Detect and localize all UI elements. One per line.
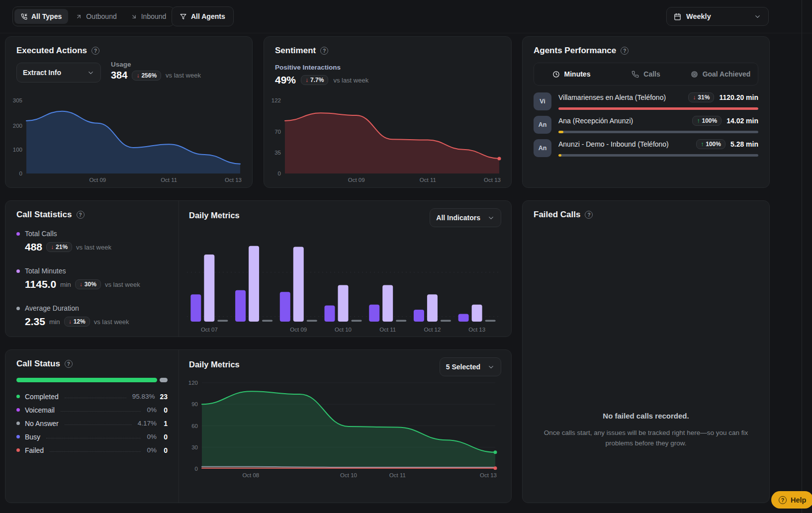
status-label: Busy — [25, 433, 40, 441]
svg-text:30: 30 — [191, 444, 198, 450]
vs-last-week-label: vs last week — [76, 244, 111, 251]
filter-all-types[interactable]: All Types — [14, 9, 68, 24]
agent-progress-fill — [558, 107, 758, 110]
stat-total-calls: Total Calls 488 ↓21% vs last week — [16, 230, 111, 253]
call-statistics-title: Call Statistics ? — [16, 210, 85, 220]
svg-text:Oct 08: Oct 08 — [242, 472, 259, 478]
indicators-select[interactable]: All Indicators — [430, 208, 501, 227]
dotted-leader — [46, 438, 141, 438]
clock-icon — [552, 71, 560, 78]
svg-text:200: 200 — [13, 123, 22, 129]
stat-value: 1145.0 — [25, 278, 56, 290]
stat-dot — [16, 269, 20, 273]
vs-last-week-label: vs last week — [166, 72, 201, 79]
failed-calls-card: Failed Calls ? No failed calls recorded.… — [522, 200, 770, 503]
status-percent: 0% — [147, 446, 157, 454]
filter-outbound[interactable]: Outbound — [69, 9, 123, 24]
filter-inbound[interactable]: Inbound — [124, 9, 173, 24]
avatar: An — [534, 139, 551, 157]
svg-text:Oct 09: Oct 09 — [290, 327, 307, 333]
status-label: Voicemail — [25, 406, 55, 414]
sentiment-area-chart: 03570122Oct 09Oct 11Oct 13 — [267, 95, 506, 184]
period-select-value: Weekly — [686, 12, 711, 20]
svg-text:100: 100 — [13, 147, 22, 153]
action-select[interactable]: Extract Info — [16, 63, 101, 83]
sentiment-title-text: Sentiment — [275, 46, 316, 56]
phone-icon — [632, 71, 639, 78]
help-circle-icon[interactable]: ? — [320, 47, 328, 55]
svg-text:Oct 07: Oct 07 — [201, 327, 218, 333]
help-button[interactable]: ? Help — [771, 491, 812, 509]
status-row-busy[interactable]: Busy 0% 0 — [16, 430, 168, 443]
sentiment-summary: 49% ↓7.7% vs last week — [275, 74, 368, 86]
status-label: No Answer — [25, 420, 59, 428]
agent-name: Ana (Recepción Anunzi) — [558, 117, 687, 125]
svg-text:Oct 11: Oct 11 — [161, 177, 177, 183]
usage-value: 384 — [111, 70, 127, 81]
status-row-failed[interactable]: Failed 0% 0 — [16, 443, 168, 457]
svg-text:35: 35 — [274, 150, 281, 156]
agents-performance-title-text: Agents Performance — [534, 46, 616, 56]
status-label: Failed — [25, 446, 44, 454]
status-percent: 0% — [147, 406, 157, 414]
avatar: An — [534, 116, 551, 134]
daily-metrics-bar-chart: Oct 07Oct 09Oct 10Oct 11Oct 12Oct 13 — [184, 230, 502, 335]
all-agents-button[interactable]: All Agents — [172, 6, 234, 26]
agent-minutes-value: 5.28 min — [730, 140, 758, 148]
failed-calls-title-text: Failed Calls — [534, 210, 580, 220]
call-status-legend: Completed 95.83% 23 Voicemail 0% 0 No An… — [16, 390, 168, 457]
executed-actions-card: Executed Actions ? Extract Info Usage 38… — [5, 36, 253, 188]
call-statistics-card: Call Statistics ? Total Calls 488 ↓21% v… — [5, 200, 512, 337]
tab-calls[interactable]: Calls — [609, 63, 683, 85]
stat-total-minutes: Total Minutes 1145.0 min ↓30% vs last we… — [16, 267, 140, 290]
help-circle-icon[interactable]: ? — [585, 211, 593, 219]
help-circle-icon[interactable]: ? — [621, 47, 629, 55]
agent-delta-value: 100% — [706, 141, 721, 148]
call-status-card: Call Status ? Completed 95.83% 23 Voicem… — [5, 349, 512, 503]
svg-text:122: 122 — [271, 97, 281, 103]
dotted-leader — [61, 411, 141, 412]
status-row-voicemail[interactable]: Voicemail 0% 0 — [16, 403, 168, 417]
tab-goal-achieved[interactable]: Goal Achieved — [683, 63, 758, 85]
stat-delta-value: 21% — [56, 244, 68, 251]
help-circle-icon[interactable]: ? — [77, 211, 85, 219]
agent-name: Villamarienses en Alerta (Teléfono) — [558, 93, 683, 101]
status-count: 0 — [162, 433, 168, 441]
sentiment-title: Sentiment ? — [275, 46, 328, 56]
agent-row[interactable]: An Ana (Recepción Anunzi) ↑100% 14.02 mi… — [534, 116, 758, 134]
phone-incoming-icon — [21, 13, 27, 20]
svg-text:0: 0 — [195, 466, 198, 472]
stat-value: 2.35 — [25, 316, 45, 328]
status-count: 23 — [160, 393, 168, 401]
agent-progress-track — [558, 107, 758, 110]
chevron-down-icon — [754, 13, 761, 20]
svg-text:90: 90 — [191, 401, 198, 407]
stat-value: 488 — [25, 241, 42, 253]
status-row-no-answer[interactable]: No Answer 4.17% 1 — [16, 417, 168, 430]
sentiment-delta-value: 7.7% — [310, 77, 324, 84]
agent-row[interactable]: An Anunzi - Demo - Inbound (Teléfono) ↑1… — [534, 139, 758, 157]
status-dot — [16, 408, 20, 412]
stat-label: Total Minutes — [25, 267, 66, 275]
stat-unit: min — [60, 281, 71, 288]
sentiment-card: Sentiment ? Positive Interactions 49% ↓7… — [264, 36, 512, 188]
help-circle-icon[interactable]: ? — [91, 47, 99, 55]
status-percent: 4.17% — [138, 420, 157, 427]
agent-progress-track — [558, 154, 758, 157]
tab-minutes[interactable]: Minutes — [534, 63, 609, 85]
agent-row[interactable]: Vi Villamarienses en Alerta (Teléfono) ↓… — [534, 92, 758, 110]
period-select[interactable]: Weekly — [666, 7, 769, 26]
svg-text:Oct 10: Oct 10 — [340, 472, 357, 478]
dotted-leader — [65, 425, 132, 425]
daily-metrics-bars-pane: Daily Metrics All Indicators Oct 07Oct 0… — [179, 201, 511, 337]
metrics-selected-select[interactable]: 5 Selected — [440, 357, 501, 376]
agent-progress-fill — [558, 131, 563, 133]
status-row-completed[interactable]: Completed 95.83% 23 — [16, 390, 168, 403]
help-circle-icon[interactable]: ? — [65, 360, 73, 368]
arrow-up-icon: ↑ — [697, 117, 700, 124]
failed-calls-title: Failed Calls ? — [534, 210, 593, 220]
all-agents-label: All Agents — [191, 12, 225, 20]
executed-actions-title: Executed Actions ? — [16, 46, 99, 56]
arrow-down-right-icon — [131, 13, 137, 20]
failed-calls-empty-state: No failed calls recorded. Once calls sta… — [541, 412, 751, 449]
